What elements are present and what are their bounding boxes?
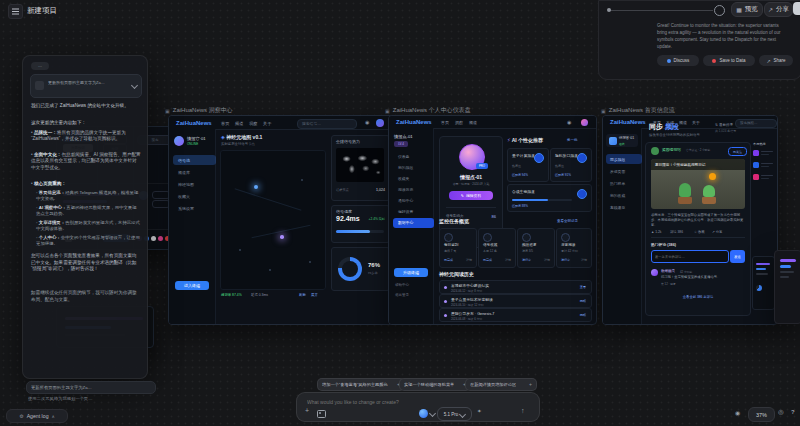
dash-logout-link[interactable]: 退出登录 [395, 293, 409, 297]
task-card[interactable]: 信号收藏 本周 12 条 已完成 详情 [478, 228, 516, 268]
post-fav-action[interactable]: ☆ 收藏 [694, 230, 704, 234]
insight-search-input[interactable]: 搜索信号… [297, 119, 357, 129]
reco-refresh-link[interactable]: 换一批 [567, 138, 578, 142]
task-link[interactable]: 详情 [544, 258, 550, 262]
insight-avatar[interactable] [376, 119, 384, 127]
preview-button[interactable]: ▦ 预览 [731, 2, 763, 17]
help-button[interactable]: ? [791, 409, 795, 415]
reco-card-wide[interactable]: 合成生物频道 匹配度 88% [507, 184, 592, 212]
dash-nav-channels[interactable]: 频道 [469, 120, 477, 125]
dash-help-link[interactable]: 帮助中心 [395, 283, 409, 287]
history-row-action[interactable]: 回顾 [580, 313, 586, 317]
hot-item-avatar[interactable] [753, 150, 759, 156]
sync-gauge-card[interactable]: 76% 同步率 [331, 247, 390, 291]
feed-menu-favorites[interactable]: 我的收藏 [606, 190, 642, 200]
feed-menu-trending[interactable]: 热门榜单 [606, 178, 642, 188]
feed-nav-about[interactable]: 关于 [692, 120, 700, 125]
map-node-purple[interactable] [280, 235, 284, 239]
signal-card[interactable]: 信号强度 92.4ms +2.4% 实时 [331, 205, 390, 243]
chevron-down-icon[interactable] [131, 82, 138, 89]
inspect-icon[interactable]: ◉ [735, 409, 740, 416]
add-attachment-button[interactable]: + [305, 407, 309, 414]
history-row[interactable]: 星舰公司发布 · Genesis-7 2024-06-08 · 阅读 6 分钟 … [439, 308, 592, 322]
insight-nav-insight[interactable]: 洞察 [249, 121, 257, 126]
insight-cta-button[interactable]: 进入终端 [175, 281, 209, 290]
hot-item-avatar[interactable] [753, 174, 759, 180]
history-row[interactable]: 赛博都市中心建设纪实 2024-06-12 · 阅读 8 分钟 查看 [439, 280, 592, 294]
dash-menu-overview[interactable]: 仪表盘 [393, 152, 434, 162]
post-image[interactable]: 夏日限定！小辣椒盆栽观察日记 [651, 159, 745, 209]
discuss-button[interactable]: Discuss [657, 55, 699, 66]
dashboard-logo[interactable]: ZaiHuaNews [396, 119, 432, 125]
frame-insight-label[interactable]: ▣ ZaiHuaNews 洞察中心 [165, 106, 233, 115]
frame-dashboard-label[interactable]: ▣ ZaiHuaNews 个人中心仪表盘 [385, 106, 471, 115]
post-author-name[interactable]: 菜园情报站 [662, 147, 681, 152]
recenter-icon[interactable]: ◎ [778, 408, 784, 416]
post-comment-action[interactable]: 评论 386 [670, 230, 683, 234]
task-link[interactable]: 详情 [581, 258, 587, 262]
bell-icon[interactable]: ◉ [567, 119, 571, 125]
insight-nav-channels[interactable]: 频道 [235, 121, 243, 126]
model-orb-icon[interactable] [419, 409, 428, 418]
history-row-action[interactable]: 回顾 [580, 299, 586, 303]
post-like-action[interactable]: ▲ 1.2k [651, 230, 661, 234]
task-card[interactable]: 每日签到 连续 7 天 已完成 详情 [439, 228, 477, 268]
insight-menu-settings[interactable]: 系统设置 [173, 203, 216, 213]
insight-menu-favorites[interactable]: 收藏夹 [173, 191, 216, 201]
commenter-avatar[interactable] [651, 269, 658, 276]
model-selector[interactable]: 5.1 Pro [437, 407, 472, 421]
history-row[interactable]: 量子点显示技术深度解读 2024-06-10 · 阅读 12 分钟 回顾 [439, 294, 592, 308]
quoted-prompt-card[interactable]: 更新所有页面的主题文字为Za… [30, 74, 142, 98]
version-chip[interactable]: ⋯ [31, 62, 49, 70]
dash-menu-data-center[interactable]: 数据中心 [393, 218, 434, 228]
dash-menu-preferences[interactable]: 偏好设置 [393, 207, 434, 217]
insight-nav-home[interactable]: 首页 [221, 121, 229, 126]
queued-prompt-2[interactable]: 使用二次元风格为我规划一个页… [28, 396, 144, 401]
feed-menu-discover[interactable]: 发现页面 [606, 166, 642, 176]
reco-card[interactable]: 脑机接口频道 热度值 匹配度 91% [550, 148, 592, 182]
feed-user-card[interactable]: 情报官·01 在线 [606, 134, 638, 147]
insight-menu-channel-lib[interactable]: 频道库 [173, 167, 216, 177]
feed-search-input[interactable]: 搜索频段… [735, 119, 777, 129]
post-author-avatar[interactable] [651, 147, 659, 155]
view-all-comments-link[interactable]: 查看全部 386 条评论 [646, 295, 750, 299]
history-row-action[interactable]: 查看 [580, 285, 586, 289]
frame-feed-label[interactable]: ▣ ZaiHuaNews 首页信息流 [601, 106, 675, 115]
insight-nav-about[interactable]: 关于 [263, 121, 271, 126]
edit-profile-button[interactable]: ✎编辑资料 [449, 191, 493, 200]
feed-menu-sync[interactable]: 同步频段 [606, 154, 642, 164]
feed-logo[interactable]: ZaiHuaNews [610, 119, 646, 125]
comment-input[interactable] [651, 250, 729, 263]
follow-chip[interactable]: 已关注 [728, 147, 747, 156]
dash-menu-favorites[interactable]: 收藏夹 [393, 174, 434, 184]
dash-menu-history[interactable]: 阅读历史 [393, 185, 434, 195]
insight-expand-link[interactable]: 展开 [311, 293, 318, 297]
task-link[interactable]: 详情 [466, 258, 472, 262]
insight-refresh-link[interactable]: 刷新 [299, 293, 306, 297]
share-panel-button[interactable]: ↗ Share [759, 55, 793, 66]
queued-prompt-1[interactable]: 更新所有页面的主题文字为Za… [26, 381, 156, 394]
feed-menu-offline[interactable]: 离线缓存 [606, 202, 642, 212]
agent-log-toggle[interactable]: ⚙ Agent log ∧ [6, 409, 68, 423]
menu-button[interactable] [8, 4, 23, 19]
insight-logo[interactable]: ZaiHuaNews [176, 120, 212, 126]
dash-nav-insight[interactable]: 洞察 [455, 120, 463, 125]
comment-actions[interactable]: 赞 12 · 回复 [661, 282, 676, 286]
insight-menu-signal-flow[interactable]: 信号流 [173, 155, 216, 165]
task-link[interactable]: 详情 [505, 258, 511, 262]
model-orb-chevron-icon[interactable] [429, 410, 436, 417]
insight-menu-neural-map[interactable]: 神经地图 [173, 179, 216, 189]
post-share-action[interactable]: ↗ 分享 [712, 230, 722, 234]
suggestion-chip-theme[interactable]: 增加一个“青海蓝海”风格的主题颜色 + [317, 378, 405, 391]
map-node-blue[interactable] [254, 185, 258, 189]
dash-menu-notifications[interactable]: 通知中心 [393, 196, 434, 206]
neural-map-panel[interactable] [220, 150, 326, 290]
feed-nav-channels[interactable]: 频道 [679, 120, 687, 125]
overview-view-all-link[interactable]: 查看全部记录 [557, 219, 578, 223]
dash-menu-bands[interactable]: 我的频段 [393, 163, 434, 173]
share-button[interactable]: ↗ 分享 [764, 2, 793, 17]
dash-nav-home[interactable]: 首页 [441, 120, 449, 125]
save-to-data-button[interactable]: Save to Data [703, 55, 755, 66]
add-image-button[interactable] [317, 410, 326, 418]
heatmap-card[interactable]: 全球信号热力 活跃节点 1,024 [331, 135, 390, 201]
